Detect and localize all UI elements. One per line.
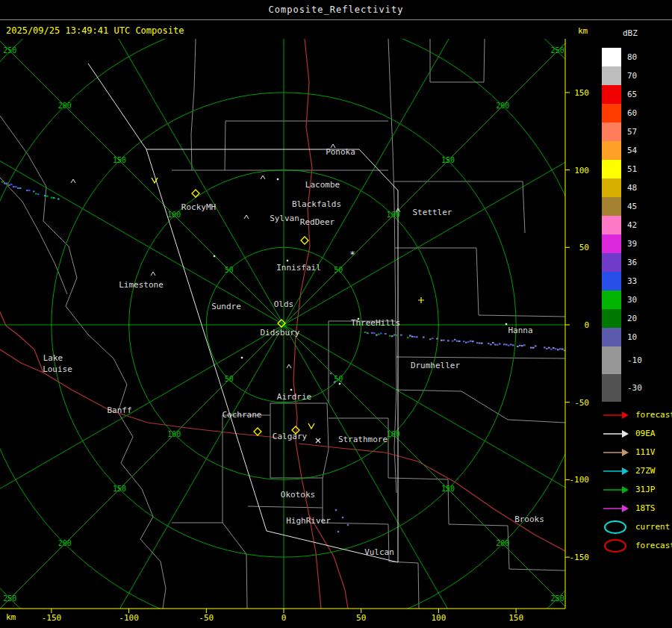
- radar-echo-speckle: [51, 197, 53, 199]
- window-title-bar: Composite_Reflectivity: [0, 0, 672, 20]
- range-ring-label: 150: [113, 156, 126, 164]
- dbz-scale-row: 80: [602, 48, 642, 66]
- radar-echo-speckle: [472, 341, 474, 342]
- legend-row: 09EA: [602, 424, 672, 443]
- map-marker-caret: [151, 272, 155, 276]
- dbz-value-label: 20: [627, 309, 637, 328]
- range-ring-label: 200: [58, 539, 72, 547]
- dbz-color-swatch: [602, 122, 621, 141]
- range-ring-label: 200: [496, 539, 509, 547]
- map-marker-cross: [316, 438, 320, 443]
- town-label: Drumheller: [411, 361, 461, 370]
- town-label: Ponoka: [326, 147, 355, 157]
- range-ring-label: 100: [387, 211, 400, 219]
- map-marker-diamond: [254, 428, 261, 435]
- radar-map-canvas[interactable]: 5010015020025050100150200250501001502002…: [0, 0, 672, 628]
- town-label: Sylvan: [270, 214, 299, 223]
- town-label: RockyMH: [181, 202, 216, 212]
- radar-echo-speckle: [396, 335, 398, 336]
- radar-echo-speckle: [409, 335, 411, 337]
- town-label: Hanna: [508, 326, 532, 335]
- legend-row: 27ZW: [602, 461, 672, 480]
- radar-echo-speckle: [494, 343, 497, 345]
- dbz-value-label: 36: [627, 253, 637, 272]
- legend-label: 18TS: [635, 503, 656, 513]
- town-label: Strathmore: [338, 435, 388, 444]
- radar-echo-speckle: [481, 343, 483, 344]
- legend-arrow-icon: [602, 408, 630, 423]
- legend-label: forecast: [635, 410, 672, 420]
- radar-echo-speckle: [13, 186, 15, 187]
- radar-echo-speckle: [411, 336, 414, 338]
- y-tick-label: -50: [574, 398, 589, 408]
- radar-echo-speckle: [441, 340, 443, 341]
- radar-echo-speckle: [548, 347, 550, 349]
- radar-echo-speckle: [429, 338, 432, 340]
- dbz-scale-row: 33: [602, 272, 642, 290]
- radar-echo-speckle: [519, 345, 521, 346]
- radar-echo-speckle: [456, 341, 458, 342]
- radar-echo-speckle: [505, 343, 508, 345]
- dbz-value-label: -10: [627, 346, 642, 374]
- radar-echo-speckle: [523, 344, 526, 346]
- radar-echo-speckle: [479, 342, 481, 343]
- radar-echo-speckle: [407, 337, 409, 338]
- dbz-color-swatch: [602, 216, 621, 234]
- x-tick-label: -150: [42, 613, 62, 623]
- range-ring: [0, 0, 671, 628]
- radar-echo-speckle: [46, 196, 49, 197]
- dbz-color-swatch: [602, 346, 621, 374]
- map-marker-plus: [418, 297, 424, 303]
- map-marker-dot: [287, 260, 288, 261]
- y-tick-label: -100: [570, 475, 590, 485]
- dbz-color-swatch: [602, 85, 621, 104]
- radar-echo-speckle: [452, 341, 454, 342]
- x-tick-label: 150: [508, 613, 523, 623]
- legend-row: 18TS: [602, 499, 672, 517]
- radar-echo-speckle: [557, 349, 559, 350]
- range-ring-label: 100: [167, 211, 181, 219]
- town-label: Cochrane: [223, 410, 262, 420]
- map-marker-caret: [71, 179, 75, 183]
- dbz-scale-row: 39: [602, 234, 642, 253]
- radar-echo-speckle: [550, 349, 553, 350]
- radar-echo-speckle: [26, 190, 28, 191]
- town-label: Vulcan: [364, 547, 394, 557]
- map-marker-dot: [347, 524, 349, 526]
- timestamp-label: 2025/09/25 13:49:41 UTC Composite: [6, 25, 184, 36]
- radar-echo-speckle: [35, 193, 37, 194]
- town-label: Banff: [107, 405, 131, 415]
- legend-label: 09EA: [635, 429, 656, 438]
- legend-ellipse-icon: [602, 520, 630, 535]
- radar-echo-speckle: [364, 332, 367, 333]
- town-label: Lacombe: [305, 180, 340, 190]
- dbz-scale-row: 45: [602, 197, 642, 216]
- dbz-scale-row: 65: [602, 85, 642, 104]
- legend-label: 27ZW: [635, 466, 656, 476]
- range-ring-label: 150: [441, 485, 455, 493]
- dbz-value-label: 30: [627, 290, 637, 309]
- range-ring-label: 250: [3, 46, 16, 55]
- storm-track-legend: forecast09EA111V27ZW31JP18TScurrentforec…: [602, 405, 672, 555]
- range-ring-label: 200: [58, 102, 72, 110]
- dbz-scale-row: 48: [602, 178, 642, 197]
- radar-echo-speckle: [44, 195, 46, 196]
- x-tick-label: 0: [281, 613, 287, 623]
- radar-echo-speckle: [19, 187, 22, 189]
- radar-coverage-outline: [88, 63, 398, 562]
- dbz-scale-row: 10: [602, 328, 642, 346]
- dbz-color-swatch: [602, 374, 621, 402]
- map-marker-dot: [330, 373, 332, 374]
- radar-echo-speckle: [436, 338, 438, 340]
- dbz-value-label: 80: [627, 48, 637, 66]
- radar-echo-speckle: [530, 347, 532, 349]
- dbz-scale-row: 60: [602, 104, 642, 122]
- dbz-value-label: 60: [627, 104, 637, 122]
- map-marker-dot: [277, 178, 279, 180]
- dbz-color-swatch: [602, 272, 621, 290]
- town-labels: PonokaLacombeBlackfaldsRedDeerSylvanRock…: [43, 147, 544, 557]
- range-ring-label: 50: [334, 266, 343, 274]
- range-ring-label: 100: [167, 430, 181, 438]
- range-ring-label: 250: [3, 594, 16, 603]
- radar-echo-speckle: [546, 348, 548, 349]
